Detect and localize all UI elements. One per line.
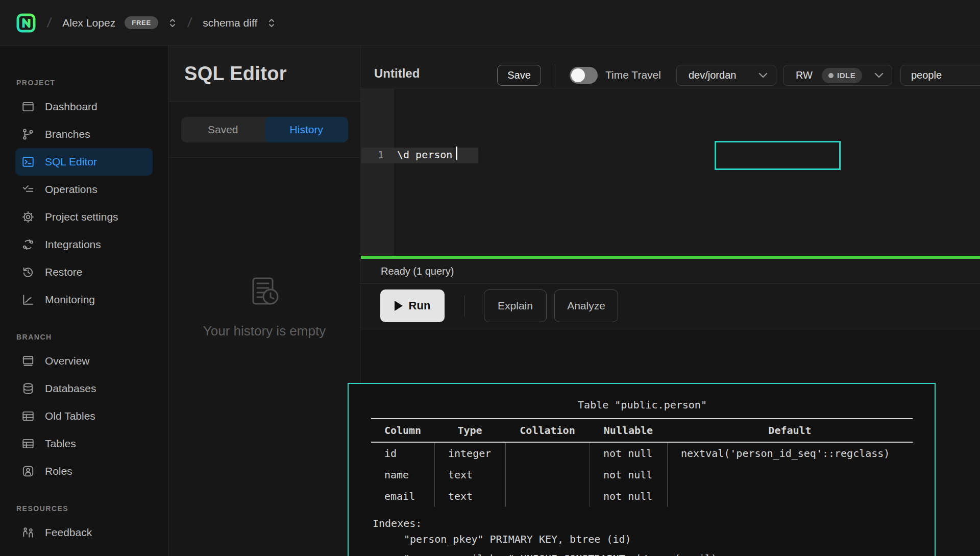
results-column-header: Nullable: [590, 419, 667, 442]
breadcrumb-separator: /: [187, 15, 193, 31]
query-title[interactable]: Untitled: [374, 66, 420, 81]
save-button[interactable]: Save: [497, 65, 541, 86]
editor-gutter: [361, 89, 394, 256]
sidebar-item-sql-editor[interactable]: SQL Editor: [15, 148, 153, 176]
sidebar-section-label: PROJECT: [16, 79, 168, 87]
sidebar-item-label: SQL Editor: [45, 156, 97, 168]
sidebar-item-label: Dashboard: [45, 101, 97, 113]
sidebar-item-label: Monitoring: [45, 294, 95, 306]
index-definition: "person_email_key" UNIQUE CONSTRAINT, bt…: [404, 549, 935, 556]
results-table-header: ColumnTypeCollationNullableDefault: [371, 418, 913, 443]
run-button-label: Run: [409, 299, 431, 312]
breadcrumb-org-name[interactable]: Alex Lopez: [62, 17, 115, 29]
sidebar-item-integrations[interactable]: Integrations: [15, 231, 153, 258]
sidebar-item-overview[interactable]: Overview: [15, 347, 153, 375]
compute-status-text: IDLE: [837, 71, 855, 80]
database-select[interactable]: people: [900, 65, 980, 86]
sidebar-item-branches[interactable]: Branches: [15, 120, 153, 148]
project-switcher-chevron-icon[interactable]: [267, 17, 276, 29]
operations-icon: [21, 183, 35, 196]
branches-icon: [21, 128, 35, 141]
query-header: Untitled Save Time Travel dev/jordan RW …: [361, 46, 980, 88]
status-text: Ready (1 query): [381, 265, 454, 277]
sidebar-item-dashboard[interactable]: Dashboard: [15, 93, 153, 120]
results-table-title: Table "public.person": [372, 398, 913, 412]
sql-editor-panel-header: SQL Editor: [168, 46, 360, 102]
results-cell: not null: [590, 464, 667, 486]
sidebar-item-tables[interactable]: Tables: [15, 430, 153, 457]
branch-select-value: dev/jordan: [689, 69, 736, 81]
results-cell: not null: [590, 486, 667, 507]
results-cell: name: [371, 464, 434, 486]
results-cell: text: [434, 486, 505, 507]
indexes-section: Indexes: "person_pkey" PRIMARY KEY, btre…: [373, 517, 935, 556]
breadcrumb-project-name[interactable]: schema diff: [203, 17, 257, 29]
sidebar-section-label: RESOURCES: [16, 504, 168, 513]
database-icon: [21, 382, 35, 395]
results-table: ColumnTypeCollationNullableDefault idint…: [371, 418, 913, 507]
results-column-header: Column: [371, 419, 434, 442]
results-column-header: Type: [434, 419, 505, 442]
sidebar-item-project-settings[interactable]: Project settings: [15, 203, 153, 231]
chevron-down-icon: [758, 72, 768, 78]
sidebar-item-monitoring[interactable]: Monitoring: [15, 286, 153, 313]
sidebar-item-label: Restore: [45, 266, 83, 278]
sidebar-item-roles[interactable]: Roles: [15, 457, 153, 485]
run-button[interactable]: Run: [380, 289, 445, 322]
overview-icon: [21, 354, 35, 368]
sidebar-item-label: Databases: [45, 382, 96, 395]
sidebar-item-label: Branches: [45, 128, 90, 140]
line-number: 1: [378, 149, 384, 161]
compute-select[interactable]: RW IDLE: [783, 65, 892, 86]
sidebar-item-restore[interactable]: Restore: [15, 258, 153, 286]
time-travel-toggle[interactable]: [570, 67, 598, 84]
index-definition: "person_pkey" PRIMARY KEY, btree (id): [404, 529, 935, 549]
tab-history[interactable]: History: [265, 117, 349, 142]
code-line[interactable]: \d person: [397, 149, 452, 161]
table-icon: [21, 437, 35, 450]
neon-logo-icon[interactable]: [16, 13, 36, 33]
results-cell: id: [371, 443, 434, 464]
results-cell: not null: [590, 443, 667, 464]
action-bar-divider: [464, 295, 464, 317]
time-travel-label: Time Travel: [605, 69, 661, 81]
history-empty-icon: [245, 273, 284, 312]
sidebar-item-old-tables[interactable]: Old Tables: [15, 402, 153, 430]
query-panel: Untitled Save Time Travel dev/jordan RW …: [361, 46, 980, 556]
sidebar-item-label: Project settings: [45, 211, 118, 223]
sidebar-item-operations[interactable]: Operations: [15, 176, 153, 203]
results-table-body: idintegernot nullnextval('person_id_seq'…: [371, 443, 913, 507]
play-icon: [395, 301, 403, 311]
toggle-knob: [571, 68, 585, 82]
results-cell: [505, 443, 590, 464]
tab-saved[interactable]: Saved: [181, 117, 265, 142]
org-switcher-chevron-icon[interactable]: [168, 17, 177, 29]
results-selection-box: Table "public.person" ColumnTypeCollatio…: [348, 383, 936, 556]
plan-badge: FREE: [125, 16, 158, 29]
integrations-icon: [21, 238, 35, 251]
code-editor[interactable]: 1 \d person: [361, 89, 980, 256]
text-cursor: [456, 147, 457, 160]
sidebar-item-label: Operations: [45, 183, 97, 196]
sidebar-item-databases[interactable]: Databases: [15, 375, 153, 402]
gear-icon: [21, 210, 35, 224]
status-dot-icon: [828, 73, 834, 78]
results-cell: [667, 464, 913, 486]
results-cell: [667, 486, 913, 507]
compute-status-pill: IDLE: [822, 68, 862, 83]
branch-select[interactable]: dev/jordan: [676, 65, 776, 86]
sidebar-item-feedback[interactable]: Feedback: [15, 519, 153, 546]
analyze-button[interactable]: Analyze: [554, 289, 618, 322]
chevron-down-icon: [874, 72, 884, 78]
top-bar: / Alex Lopez FREE / schema diff: [0, 0, 980, 46]
results-area: Table "public.person" ColumnTypeCollatio…: [361, 329, 980, 556]
history-empty-text: Your history is empty: [203, 323, 326, 339]
code-selection-box: [715, 141, 841, 170]
explain-button[interactable]: Explain: [484, 289, 547, 322]
roles-icon: [21, 465, 35, 478]
indexes-label: Indexes:: [373, 517, 935, 529]
results-cell: text: [434, 464, 505, 486]
saved-history-tabs-band: SavedHistory: [168, 102, 360, 158]
restore-icon: [21, 265, 35, 279]
compute-select-value: RW: [796, 69, 813, 81]
